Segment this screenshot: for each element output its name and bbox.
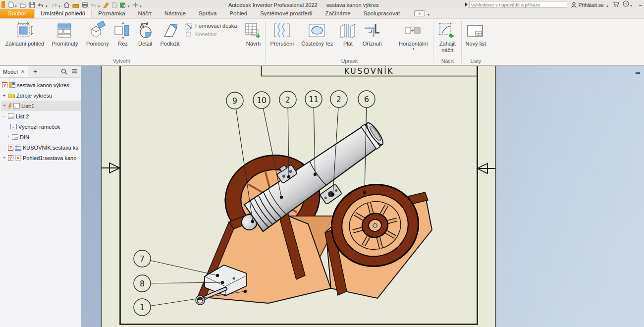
border-icon	[10, 124, 17, 129]
search-icon[interactable]	[61, 68, 67, 75]
tree-item-list1[interactable]: + List:1	[1, 101, 81, 111]
ribbon-collapse-button[interactable]: ▲▼	[414, 10, 430, 18]
undo-icon[interactable]: ▼	[38, 1, 48, 8]
svg-text:1: 1	[140, 303, 145, 312]
tree-item-kusovnik[interactable]: ? KUSOVNÍK:sestava ka	[1, 142, 81, 153]
balloon-2a[interactable]: 2	[279, 91, 296, 108]
group-label-listy: Listy	[463, 57, 488, 65]
new-file-icon[interactable]: ▼	[8, 1, 17, 8]
add-browser-tab-button[interactable]: +	[28, 68, 42, 75]
balloon-2b[interactable]: 2	[330, 91, 347, 108]
sign-in-button[interactable]: Přihlásit se ▼	[571, 2, 609, 8]
expand-icon[interactable]: +	[2, 93, 6, 98]
view-icon	[15, 155, 21, 161]
section-view-button[interactable]: Řez	[112, 20, 134, 48]
tree-item-pohled1[interactable]: + ? Pohled1:sestava kano	[1, 153, 81, 163]
ribbon-group-upravit: Přerušení Částečný řez Plát Oříznutí Hor…	[267, 19, 432, 65]
measure-icon[interactable]	[72, 1, 79, 8]
svg-text:?: ?	[625, 2, 627, 6]
update-icon[interactable]: ▼	[120, 1, 130, 8]
return-icon[interactable]: ▼	[91, 1, 101, 8]
model-tree: ? sestava kanon výkres + Zdroje výkresu …	[0, 78, 81, 163]
tree-item-din[interactable]: + DIN	[1, 132, 81, 142]
tab-umisteni-pohledu[interactable]: Umístění pohledů	[34, 9, 92, 18]
tab-pohled[interactable]: Pohled	[223, 9, 254, 18]
crop-button[interactable]: Oříznutí	[359, 20, 385, 48]
expand-icon[interactable]: +	[2, 155, 6, 161]
ribbon-group-vytvorit: Základní pohled Promítnutý Pomocný Řez A…	[3, 19, 240, 65]
overlay-view-icon	[161, 21, 179, 41]
projected-view-button[interactable]: Promítnutý	[47, 20, 83, 48]
form-board-icon	[185, 22, 193, 29]
person-icon	[571, 2, 577, 8]
overlay-view-button[interactable]: Podložit	[157, 20, 183, 48]
svg-text:ml: ml	[11, 115, 14, 118]
balloon-11[interactable]: 11	[305, 91, 322, 108]
group-label-nacrt: Náčrt	[434, 57, 460, 65]
balloon-1[interactable]: 1	[134, 299, 151, 316]
tab-poznamka[interactable]: Poznámka	[92, 9, 131, 18]
open-folder-icon[interactable]	[20, 1, 27, 8]
expand-icon[interactable]: +	[2, 103, 6, 109]
redo-icon[interactable]: ▼	[51, 1, 61, 8]
form-board-button[interactable]: Formovací deska	[185, 22, 237, 29]
drawing-viewport[interactable]: KUSOVNÍK	[81, 66, 644, 327]
search-expand-icon[interactable]	[465, 2, 468, 6]
section-view-icon	[113, 21, 132, 41]
balloon-7[interactable]: 7	[134, 250, 151, 267]
base-view-button[interactable]: Základní pohled	[3, 20, 47, 48]
tab-nacrt[interactable]: Náčrt	[132, 9, 158, 18]
drawing-canvas[interactable]: KUSOVNÍK	[81, 66, 644, 327]
print-icon[interactable]	[82, 1, 88, 8]
balloon-6[interactable]: 6	[358, 91, 375, 108]
break-icon	[272, 21, 291, 41]
break-out-button[interactable]: Částečný řez	[297, 20, 337, 48]
app-logo-icon[interactable]	[1, 1, 5, 8]
balloon-9[interactable]: 9	[226, 92, 243, 109]
alignment-horizontal-button[interactable]: Horizontální ▼	[394, 20, 432, 51]
break-button[interactable]: Přerušení	[267, 20, 297, 48]
collapse-icon[interactable]: −	[2, 113, 6, 119]
balloon-10[interactable]: 10	[253, 92, 270, 109]
tree-item-list2[interactable]: − ml List:2	[1, 111, 81, 121]
home-icon[interactable]	[63, 1, 70, 8]
tab-zaciname[interactable]: Začínáme	[319, 9, 357, 18]
browser-menu-icon[interactable]	[71, 68, 78, 74]
constraint-icon[interactable]: ▼	[133, 1, 142, 8]
slice-button[interactable]: Plát	[337, 20, 359, 48]
ribbon: Základní pohled Promítnutý Pomocný Řez A…	[0, 19, 644, 65]
browser-tab-model[interactable]: Model ✕	[0, 66, 28, 77]
ribbon-separator	[265, 21, 266, 63]
tree-item-root[interactable]: ? sestava kanon výkres	[1, 80, 81, 90]
update-warning-icon: ?	[8, 145, 13, 151]
group-label-vytvorit: Vytvořit	[3, 57, 240, 65]
tree-item-zdroje-vykresu[interactable]: + Zdroje výkresu	[1, 90, 81, 101]
parts-list-icon	[15, 145, 21, 151]
document-icon[interactable]	[111, 1, 117, 8]
tab-nastroje[interactable]: Nástroje	[158, 9, 192, 18]
minimize-button[interactable]: –	[639, 2, 642, 8]
start-sketch-button[interactable]: Zahájit náčrt	[434, 20, 460, 54]
help-search-input[interactable]	[469, 1, 567, 8]
sheet-icon: ml	[8, 113, 14, 119]
store-cart-icon[interactable]	[612, 1, 619, 8]
help-icon[interactable]: ?▼	[623, 0, 633, 8]
tab-spolupracovat[interactable]: Spolupracovat	[357, 9, 407, 18]
new-sheet-button[interactable]: Nový list	[463, 20, 488, 48]
balloon-8[interactable]: 8	[134, 275, 151, 292]
auxiliary-view-button[interactable]: Pomocný	[83, 20, 112, 48]
close-icon[interactable]: ✕	[21, 69, 25, 74]
iproperties-icon[interactable]	[103, 1, 109, 8]
connector-button[interactable]: Konektor	[185, 31, 237, 38]
tree-item-vychozi-ramecek[interactable]: Výchozí rámeček	[1, 121, 81, 132]
model-browser-panel: Model ✕ + ? sestava kanon výkres + Zdroj…	[0, 66, 81, 327]
tab-sprava[interactable]: Správa	[192, 9, 223, 18]
collapse-ribbon-icon: ▲	[414, 10, 425, 16]
tab-systemove-prostredi[interactable]: Systémové prostředí	[254, 9, 319, 18]
ribbon-separator	[433, 21, 433, 63]
expand-icon[interactable]: +	[6, 134, 10, 140]
design-button[interactable]: Návrh	[242, 20, 264, 48]
detail-view-button[interactable]: A Detail	[134, 20, 157, 48]
save-icon[interactable]	[29, 1, 35, 8]
tab-soubor[interactable]: Soubor	[0, 9, 34, 18]
